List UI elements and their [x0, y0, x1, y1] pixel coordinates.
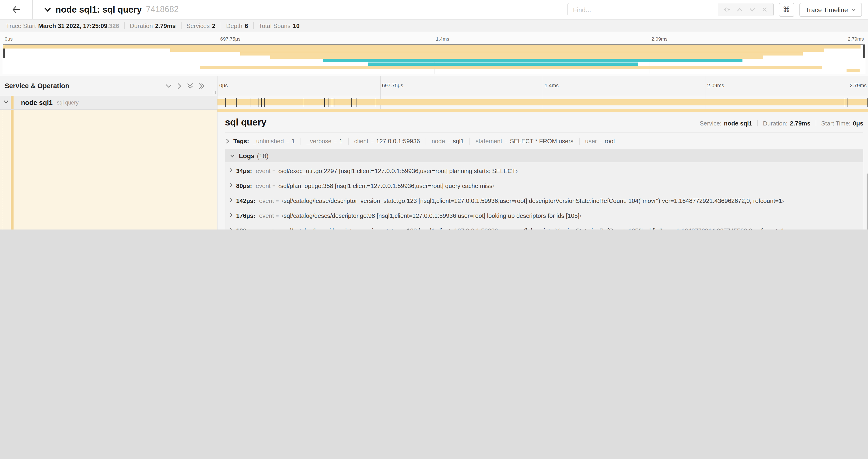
log-marker[interactable]	[251, 98, 251, 107]
summary-label: Trace Start	[6, 22, 36, 29]
log-marker[interactable]	[845, 98, 845, 107]
divider	[815, 120, 816, 126]
log-marker[interactable]	[225, 98, 226, 107]
minimap-span	[271, 56, 763, 59]
span-service-name: node sql1	[21, 99, 53, 106]
detail-operation-title: sql query	[225, 117, 700, 128]
logs-list: 34μs: event = sql/exec_util.go:2297 [nsq…	[225, 162, 863, 230]
tag-item[interactable]: client = 127.0.0.1:59936	[348, 138, 426, 144]
focus-crosshair-icon[interactable]	[723, 6, 730, 12]
log-entry[interactable]: 189μs: event = sql/catalog/lease/descrip…	[229, 226, 859, 230]
span-duration-bar[interactable]	[217, 99, 868, 105]
column-resize-grip[interactable]	[214, 91, 216, 94]
equals-sign: =	[286, 138, 289, 144]
duration-value: 2.79ms	[790, 120, 810, 127]
divider	[124, 22, 125, 29]
log-timestamp: 34μs:	[236, 167, 252, 174]
trace-minimap: 0μs697.75μs1.4ms2.09ms2.79ms	[0, 32, 868, 76]
collapse-one-icon[interactable]	[166, 84, 172, 88]
clear-find-icon[interactable]	[762, 7, 767, 12]
find-suffix	[717, 3, 773, 16]
tag-key: node	[432, 138, 445, 144]
minimap-span	[323, 59, 742, 62]
log-marker[interactable]	[335, 98, 335, 107]
chevron-down-icon[interactable]	[4, 100, 8, 104]
equals-sign: =	[599, 138, 602, 144]
equals-sign: =	[276, 213, 279, 219]
log-marker[interactable]	[329, 98, 329, 107]
log-marker[interactable]	[333, 98, 334, 107]
tag-item[interactable]: statement = SELECT * FROM users	[469, 138, 579, 144]
chevron-down-icon	[230, 154, 235, 157]
tick-label: 697.75μs	[220, 36, 241, 41]
log-entry[interactable]: 176μs: event = sql/catalog/descs/descrip…	[229, 211, 859, 226]
log-field-name: event	[259, 227, 274, 230]
expand-one-icon[interactable]	[177, 83, 182, 89]
service-color-stripe	[11, 110, 13, 230]
log-marker[interactable]	[303, 98, 303, 107]
log-entry[interactable]: 80μs: event = sql/plan_opt.go:358 [nsql1…	[229, 182, 859, 196]
tag-key: statement	[475, 138, 502, 144]
tick-label: 2.79ms	[850, 83, 867, 88]
equals-sign: =	[276, 228, 279, 230]
trace-timeline-page: node sql1: sql query 7418682	[0, 0, 868, 230]
next-match-icon[interactable]	[749, 8, 755, 11]
span-operation-name: sql query	[57, 100, 79, 105]
expand-all-icon[interactable]	[199, 83, 205, 89]
span-detail-row: sql query Service: node sql1 Duration: 2…	[0, 109, 868, 230]
command-icon: ⌘	[783, 5, 790, 14]
tag-item[interactable]: _verbose = 1	[301, 138, 348, 144]
logs-accordion-header[interactable]: Logs (18)	[225, 149, 863, 162]
back-button[interactable]	[0, 0, 33, 19]
keyboard-shortcuts-button[interactable]: ⌘	[779, 3, 794, 17]
log-marker[interactable]	[331, 98, 331, 107]
span-detail-card: sql query Service: node sql1 Duration: 2…	[217, 112, 868, 230]
summary-label: Duration	[130, 22, 153, 29]
log-entry[interactable]: 34μs: event = sql/exec_util.go:2297 [nsq…	[229, 167, 859, 182]
minimap-span	[200, 66, 822, 69]
span-row[interactable]: node sql1 sql query	[0, 96, 868, 109]
span-name-cell[interactable]: node sql1 sql query	[0, 96, 217, 109]
equals-sign: =	[273, 183, 276, 189]
tick-label: 697.75μs	[382, 83, 403, 88]
log-field-name: event	[259, 212, 274, 219]
tag-item[interactable]: node = sql1	[426, 138, 469, 144]
log-marker[interactable]	[261, 98, 262, 107]
log-marker[interactable]	[847, 98, 847, 107]
span-track[interactable]	[217, 96, 868, 109]
page-title: node sql1: sql query	[56, 4, 142, 15]
duration-label: Duration:	[763, 120, 788, 127]
log-marker[interactable]	[357, 98, 357, 107]
tick-label: 1.4ms	[436, 36, 449, 41]
prev-match-icon[interactable]	[737, 8, 742, 11]
log-timestamp: 189μs:	[236, 227, 255, 230]
collapse-all-icon[interactable]	[187, 83, 193, 89]
expand-collapse-controls	[166, 83, 205, 89]
find-input[interactable]	[568, 3, 717, 16]
equals-sign: =	[334, 138, 337, 144]
log-marker[interactable]	[324, 98, 325, 107]
log-marker[interactable]	[376, 98, 376, 107]
minimap-right-handle[interactable]	[863, 45, 865, 58]
chevron-down-icon[interactable]	[44, 7, 51, 12]
log-value: sql/exec_util.go:2297 [nsql1,client=127.…	[278, 167, 518, 174]
log-marker[interactable]	[258, 98, 259, 107]
minimap-canvas[interactable]	[3, 44, 865, 74]
tag-item[interactable]: user = root	[579, 138, 621, 144]
tick-label: 0μs	[219, 83, 228, 88]
tick-label: 0μs	[5, 36, 12, 41]
scrollbar-thumb[interactable]	[867, 173, 868, 230]
view-selector-button[interactable]: Trace Timeline	[799, 3, 862, 17]
tag-item[interactable]: _unfinished = 1	[252, 138, 300, 144]
log-marker[interactable]	[236, 98, 237, 107]
log-field-name: event	[256, 167, 271, 174]
log-entry[interactable]: 142μs: event = sql/catalog/lease/descrip…	[229, 196, 859, 211]
divider	[220, 22, 221, 29]
log-marker[interactable]	[351, 98, 352, 107]
log-marker[interactable]	[867, 98, 868, 107]
minimap-tick-labels: 0μs697.75μs1.4ms2.09ms2.79ms	[3, 32, 865, 44]
log-marker[interactable]	[265, 98, 265, 107]
left-arrow-icon	[12, 6, 20, 13]
tags-accordion[interactable]: Tags: _unfinished = 1 _verbose = 1 clien…	[225, 138, 863, 144]
tag-value: 1	[339, 138, 343, 144]
